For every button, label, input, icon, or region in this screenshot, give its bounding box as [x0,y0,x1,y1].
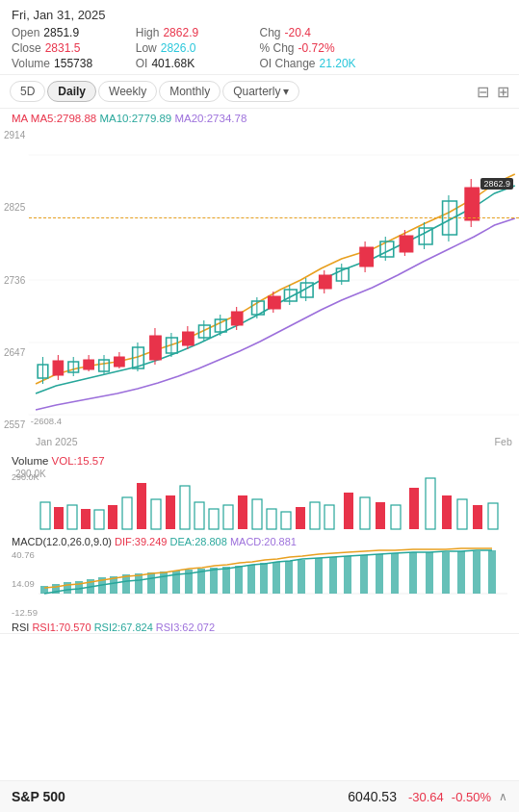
empty2 [383,41,507,55]
svg-rect-117 [376,554,383,594]
volume-value: 155738 [54,57,92,70]
svg-rect-80 [360,497,370,529]
svg-rect-124 [488,550,496,594]
svg-rect-58 [40,502,50,529]
oi-change-value: 21.20K [320,57,356,70]
svg-rect-99 [135,573,143,594]
price-chart: 2862.9 2914 2825 2736 2647 2557 [0,126,519,453]
svg-rect-83 [409,488,419,529]
svg-rect-109 [260,563,268,594]
svg-rect-44 [360,247,374,266]
vol-y-label: 290.0K [15,469,46,479]
oi-stat: OI 401.68K [136,57,260,70]
svg-rect-74 [267,509,276,529]
svg-rect-101 [160,571,168,594]
macd-svg [12,547,507,617]
btn-monthly[interactable]: Monthly [159,81,221,102]
svg-rect-34 [269,296,281,309]
svg-rect-77 [310,502,320,529]
svg-rect-76 [296,507,305,529]
svg-rect-85 [442,495,452,529]
btn-5d[interactable]: 5D [10,81,45,102]
svg-rect-106 [222,567,230,594]
svg-rect-108 [247,565,255,594]
open-value: 2851.9 [43,26,79,39]
svg-rect-40 [319,275,331,289]
stats-grid: Open 2851.9 High 2862.9 Chg -20.4 Close … [12,26,507,70]
svg-rect-87 [473,505,482,529]
svg-rect-120 [426,552,433,594]
bottom-bar[interactable]: S&P 500 6040.53 -30.64 -0.50% ∧ [0,780,519,812]
rsi3-label: RSI3:62.072 [156,622,215,633]
svg-rect-75 [281,512,291,529]
empty1 [383,26,507,39]
svg-rect-86 [457,499,467,529]
volume-label: Volume VOL:15.57 [12,455,507,467]
vol-value: VOL:15.57 [52,455,105,467]
open-label: Open [12,26,39,39]
svg-text:Feb: Feb [495,437,513,447]
macd-chart-area: 40.76 14.09 -12.59 [12,547,507,620]
high-stat: High 2862.9 [136,26,260,39]
macd-val-label: MACD:20.881 [230,536,297,547]
chg-value: -20.4 [285,26,311,39]
ma5-label: MA5:2798.88 [31,113,96,124]
svg-rect-48 [400,236,413,252]
svg-rect-8 [53,361,64,375]
rsi2-label: RSI2:67.824 [94,622,153,633]
svg-rect-30 [231,312,243,325]
svg-rect-119 [409,552,417,594]
close-label: Close [12,41,41,55]
svg-rect-62 [94,510,104,529]
y-label-1: 2914 [4,130,25,140]
btn-daily[interactable]: Daily [47,81,96,102]
svg-rect-65 [137,483,146,529]
y-label-4: 2647 [4,347,25,358]
index-pct-change: -0.50% [452,790,491,804]
ma-line: MA MA5:2798.88 MA10:2779.89 MA20:2734.78 [0,109,519,126]
svg-rect-59 [54,507,64,529]
svg-rect-79 [344,493,353,529]
svg-rect-110 [272,562,280,594]
btn-weekly[interactable]: Weekly [98,81,157,102]
svg-rect-123 [473,551,480,594]
rsi-label: RSI RSI1:70.570 RSI2:67.824 RSI3:62.072 [12,622,507,633]
svg-rect-66 [151,499,161,529]
svg-rect-93 [64,582,71,594]
low-value: 2826.0 [161,41,196,55]
close-stat: Close 2831.5 [12,41,136,55]
macd-y-labels: 40.76 14.09 -12.59 [12,547,38,620]
ma20-label: MA20:2734.78 [174,113,247,124]
low-label: Low [136,41,157,55]
svg-rect-78 [324,505,334,529]
svg-rect-60 [67,505,77,529]
svg-text:Jan 2025: Jan 2025 [36,437,78,447]
svg-rect-100 [147,572,155,594]
svg-rect-61 [81,509,91,529]
chg-label: Chg [260,26,281,39]
dif-label: DIF:39.249 [115,536,167,547]
svg-rect-118 [391,553,399,594]
oi-change-stat: OI Change 21.20K [260,57,508,70]
index-name: S&P 500 [12,789,348,804]
grid-icon[interactable]: ⊞ [497,83,509,101]
chevron-down-icon: ▾ [283,85,289,98]
timeframe-bar: 5D Daily Weekly Monthly Quarterly ▾ ⊟ ⊞ [0,75,519,109]
btn-quarterly[interactable]: Quarterly ▾ [222,81,298,102]
svg-rect-111 [285,561,293,594]
chart-type-icons[interactable]: ⊟ ⊞ [477,83,509,101]
svg-rect-88 [488,503,498,529]
chg-stat: Chg -20.4 [260,26,384,39]
svg-rect-116 [360,555,368,594]
date-label: Fri, Jan 31, 2025 [12,8,507,22]
svg-rect-112 [298,560,305,594]
y-label-5: 2557 [4,419,25,430]
expand-icon[interactable]: ∧ [499,790,507,803]
dea-label: DEA:28.808 [169,536,226,547]
volume-section: Volume VOL:15.57 290.0K [0,453,519,534]
candle-icon[interactable]: ⊟ [477,83,489,101]
rsi-section: RSI RSI1:70.570 RSI2:67.824 RSI3:62.072 [0,620,519,634]
svg-rect-114 [329,557,337,594]
high-value: 2862.9 [163,26,198,39]
svg-rect-64 [122,497,132,529]
